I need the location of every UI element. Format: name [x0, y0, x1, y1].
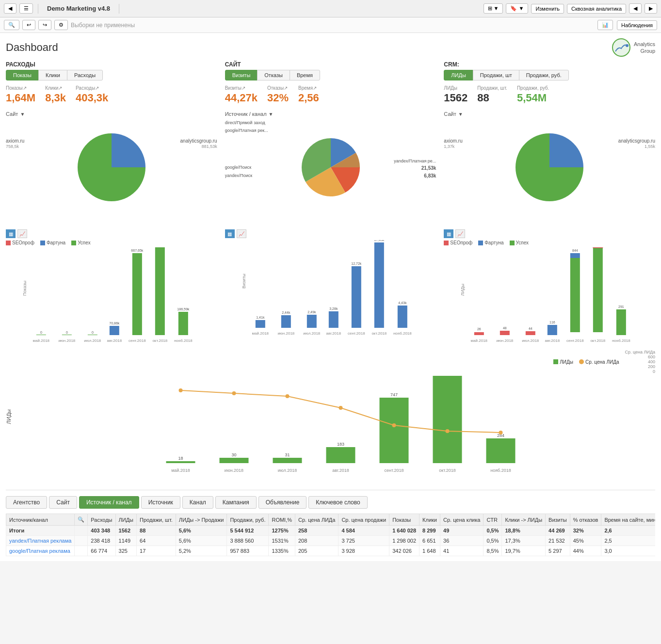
expenses-bar-btn[interactable]: ▦: [6, 229, 16, 238]
back-btn-2[interactable]: ◀: [629, 3, 642, 14]
crm-tab-sales-rub[interactable]: Продажи, руб.: [519, 70, 569, 80]
th-clicks-leads[interactable]: Клики -> ЛИДы: [502, 514, 546, 526]
table-row-google: google/Платная реклама 66 774 325 17 5,2…: [6, 546, 656, 556]
th-avg-click-price[interactable]: Ср. цена клика: [440, 514, 484, 526]
seg-source-channel[interactable]: Источник / канал: [79, 496, 139, 509]
td-yandex-sales-qty: 64: [137, 536, 176, 546]
svg-text:2,49k: 2,49k: [307, 310, 316, 314]
svg-text:Визиты: Визиты: [242, 274, 246, 289]
expenses-tab-clicks[interactable]: Клики: [38, 70, 67, 80]
svg-rect-33: [352, 266, 361, 328]
svg-text:июл.2018: июл.2018: [278, 468, 297, 473]
th-sales-rub[interactable]: Продажи, руб.: [227, 514, 269, 526]
svg-text:26: 26: [477, 327, 481, 331]
site-kpi: Визиты↗ 44,27k Отказы↗ 32% Время↗ 2,56: [225, 85, 436, 104]
filter-search-btn[interactable]: 🔍: [4, 20, 19, 30]
analytics-btn[interactable]: Сквозная аналитика: [567, 4, 626, 14]
th-sales-qty[interactable]: Продажи, шт.: [137, 514, 176, 526]
crm-pie-wrapper: axiom.ru 1,37k analyticsgroup.ru 1,55k: [444, 119, 655, 216]
td-google-sales-qty: 17: [137, 546, 176, 556]
filter-forward-btn[interactable]: ↪: [38, 20, 51, 30]
crm-bar-legend: SEOпроф Фартуна Успех: [444, 240, 655, 245]
crm-line-btn[interactable]: 📈: [455, 229, 465, 238]
site-bar-btn[interactable]: ▦: [225, 229, 235, 238]
th-visits[interactable]: Визиты: [546, 514, 570, 526]
td-yandex-name[interactable]: yandex/Платная реклама: [6, 536, 75, 546]
seg-channel[interactable]: Канал: [182, 496, 213, 509]
kpi-expenses: Расходы↗ 403,3k: [76, 85, 108, 104]
svg-text:май.2018: май.2018: [252, 331, 269, 336]
crm-tab-sales-qty[interactable]: Продажи, шт: [473, 70, 519, 80]
th-time-on-site[interactable]: Время на сайте, мин: [601, 514, 655, 526]
seg-ad[interactable]: Объявление: [258, 496, 307, 509]
svg-text:июн.2018: июн.2018: [277, 331, 294, 336]
site-pie-dropdown[interactable]: ▼: [269, 112, 274, 117]
expenses-tab-shows[interactable]: Показы: [6, 70, 39, 80]
crm-legend-uspeh-icon: [510, 241, 515, 245]
kpi-sales-qty-label: Продажи, шт.: [477, 85, 507, 91]
bottom-legend-price: Ср. цена ЛИДа: [579, 350, 619, 374]
bottom-legend-price-icon: [579, 359, 584, 364]
change-btn[interactable]: Изменить: [531, 4, 564, 14]
expenses-bar-svg: Показы 0 0 0 70,86k 667,65k 714,93k: [6, 247, 217, 344]
segment-tabs: Агентство Сайт Источник / канал Источник…: [6, 496, 655, 509]
divider-1: [6, 490, 655, 490]
site-pie-label-yandex-search: yandex/Поиск: [225, 172, 268, 179]
expenses-pie-dropdown[interactable]: ▼: [20, 112, 25, 117]
th-shows[interactable]: Показы: [389, 514, 419, 526]
crm-pie-container: Сайт ▼ axiom.ru 1,37k analyticsgroup.ru …: [444, 111, 655, 225]
th-leads-sales[interactable]: ЛИДы -> Продажи: [176, 514, 227, 526]
expenses-line-btn[interactable]: 📈: [17, 229, 27, 238]
svg-text:июн.2018: июн.2018: [497, 338, 514, 343]
svg-text:окт.2018: окт.2018: [371, 331, 387, 336]
th-search[interactable]: 🔍: [75, 514, 88, 526]
observe-btn[interactable]: Наблюдения: [617, 20, 657, 30]
forward-btn-2[interactable]: ▶: [645, 3, 657, 14]
th-avg-sale-price[interactable]: Ср. цена продажи: [339, 514, 389, 526]
crm-tab-leads[interactable]: ЛИДы: [444, 70, 473, 80]
expenses-tab-expenses[interactable]: Расходы: [67, 70, 103, 80]
site-tab-visits[interactable]: Визиты: [225, 70, 258, 80]
bottom-legend-leads-icon: [553, 359, 558, 364]
display-btn[interactable]: ⊞ ▼: [484, 3, 503, 14]
th-leads[interactable]: ЛИДы: [115, 514, 136, 526]
td-yandex-empty: [75, 536, 88, 546]
seg-keyword[interactable]: Ключевое слово: [308, 496, 367, 509]
seg-site[interactable]: Сайт: [49, 496, 77, 509]
nav-back-btn[interactable]: ◀: [4, 3, 16, 14]
filter-settings-btn[interactable]: ⚙: [54, 20, 68, 30]
seg-agency[interactable]: Агентство: [6, 496, 47, 509]
svg-rect-5: [62, 335, 72, 335]
svg-text:авг.2018: авг.2018: [326, 331, 341, 336]
td-totals-time: 2,6: [601, 526, 655, 536]
svg-text:4,43k: 4,43k: [398, 301, 407, 305]
crm-pie-dropdown[interactable]: ▼: [458, 112, 463, 117]
table-row-totals: Итоги 403 348 1562 88 5,6% 5 544 912 127…: [6, 526, 656, 536]
crm-bar-svg: ЛИДы 26 48 44 116 844 968 2: [444, 247, 655, 344]
svg-text:июл.2018: июл.2018: [84, 338, 101, 343]
td-totals-avg-lead: 258: [295, 526, 339, 536]
site-tab-time[interactable]: Время: [290, 70, 320, 80]
th-avg-lead-price[interactable]: Ср. цена ЛИДа: [295, 514, 339, 526]
site-line-btn[interactable]: 📈: [237, 229, 246, 238]
filter-back-btn[interactable]: ↩: [22, 20, 35, 30]
svg-text:12,72k: 12,72k: [351, 262, 362, 265]
seg-campaign[interactable]: Кампания: [215, 496, 257, 509]
td-google-name[interactable]: google/Платная реклама: [6, 546, 75, 556]
site-pie-label-yandex-paid: yandex/Платная ре...: [394, 158, 436, 164]
th-romi[interactable]: ROMI,%: [269, 514, 295, 526]
th-clicks[interactable]: Клики: [419, 514, 440, 526]
th-expenses[interactable]: Расходы: [88, 514, 115, 526]
seg-source[interactable]: Источник: [141, 496, 180, 509]
crm-bar-btn[interactable]: ▦: [444, 229, 453, 238]
td-totals-avg-sale: 4 584: [339, 526, 389, 536]
observe-icon-btn[interactable]: 📊: [597, 20, 613, 30]
nav-list-btn[interactable]: ☰: [19, 3, 33, 14]
th-source-channel[interactable]: Источник/канал: [6, 514, 75, 526]
th-rejections[interactable]: % отказов: [570, 514, 601, 526]
td-totals-rejections: 32%: [570, 526, 601, 536]
kpi-rejections: Отказы↗ 32%: [267, 85, 289, 104]
site-tab-rejections[interactable]: Отказы: [257, 70, 290, 80]
bookmark-btn[interactable]: 🔖 ▼: [506, 3, 528, 14]
th-ctr[interactable]: CTR: [484, 514, 502, 526]
